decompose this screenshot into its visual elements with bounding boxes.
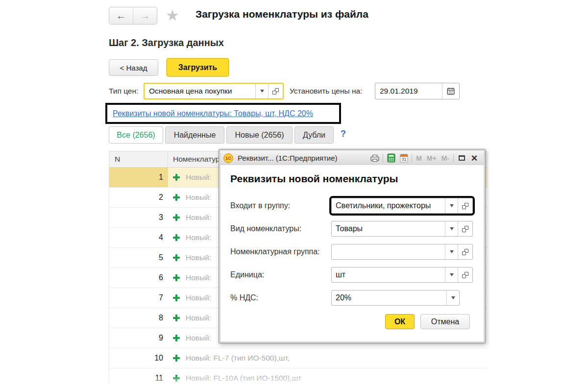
group-field[interactable]: Светильники, прожекторы xyxy=(331,198,473,214)
unit-field-label: Единица: xyxy=(230,267,264,283)
plus-icon xyxy=(173,234,180,241)
kind-field-label: Вид номенклатуры: xyxy=(230,221,301,237)
forward-button[interactable]: → xyxy=(133,7,157,24)
chevron-down-icon xyxy=(450,227,454,230)
back-arrow-icon: ← xyxy=(116,10,126,22)
maximize-icon xyxy=(459,155,465,161)
price-type-label: Тип цен: xyxy=(109,83,138,99)
date-field[interactable]: 29.01.2019 xyxy=(375,83,460,99)
plus-icon xyxy=(173,214,180,221)
tab-new[interactable]: Новые (2656) xyxy=(226,126,293,144)
plus-icon xyxy=(173,294,180,301)
kind-field[interactable]: Товары xyxy=(331,221,473,237)
chevron-down-icon xyxy=(450,250,454,253)
price-type-value[interactable]: Основная цена покупки xyxy=(145,84,255,98)
nomgroup-field-label: Номенклатурная группа: xyxy=(230,244,320,260)
unit-dropdown-button[interactable] xyxy=(445,267,458,282)
column-header-n[interactable]: N xyxy=(109,151,168,167)
vat-field[interactable]: 20% xyxy=(331,290,460,306)
1c-logo-icon: 1С xyxy=(223,153,233,163)
plus-icon xyxy=(173,355,180,362)
chevron-down-icon xyxy=(260,90,264,93)
memory-add-button[interactable]: M+ xyxy=(424,154,439,162)
dialog-content: Реквизиты новой номенклатуры Входит в гр… xyxy=(220,165,484,341)
kind-field-value[interactable]: Товары xyxy=(332,221,445,236)
calculator-icon xyxy=(387,153,395,163)
memory-recall-button[interactable]: M xyxy=(414,154,424,162)
vat-field-label: % НДС: xyxy=(230,290,258,306)
vat-dropdown-button[interactable] xyxy=(446,291,459,305)
plus-icon xyxy=(173,174,180,181)
unit-open-button[interactable] xyxy=(458,267,472,282)
svg-text:31: 31 xyxy=(401,157,406,162)
print-button[interactable] xyxy=(368,152,381,164)
nomgroup-field[interactable] xyxy=(331,244,473,260)
dialog-title: Реквизит... (1С:Предприятие) xyxy=(238,154,338,162)
price-type-dropdown-button[interactable] xyxy=(255,84,268,98)
date-picker-button[interactable] xyxy=(442,83,459,99)
print-icon xyxy=(370,154,380,162)
unit-field[interactable]: шт xyxy=(331,267,473,283)
price-type-open-button[interactable] xyxy=(268,84,283,98)
open-in-window-icon xyxy=(462,203,468,209)
maximize-button[interactable] xyxy=(455,152,468,164)
back-step-button[interactable]: < Назад xyxy=(109,59,158,76)
app-window: ← → ★ Загрузка номенклатуры из файла Шаг… xyxy=(0,0,588,388)
group-open-button[interactable] xyxy=(458,198,472,213)
nomgroup-dropdown-button[interactable] xyxy=(445,244,458,259)
chevron-down-icon xyxy=(450,204,454,207)
calculator-button[interactable] xyxy=(385,152,397,164)
dialog-titlebar[interactable]: 1С Реквизит... (1С:Предприятие) xyxy=(220,151,484,165)
ok-button[interactable]: ОК xyxy=(385,314,415,329)
calendar-31-icon: 31 xyxy=(400,153,408,163)
chevron-down-icon xyxy=(451,296,455,299)
open-in-window-icon xyxy=(462,226,468,232)
history-nav-group: ← → xyxy=(109,7,157,24)
help-button[interactable]: ? xyxy=(341,129,346,139)
requisites-link[interactable]: Реквизиты новой номенклатуры: Товары, шт… xyxy=(113,109,313,118)
favorite-star-icon[interactable]: ★ xyxy=(166,6,179,24)
close-icon: × xyxy=(471,153,478,163)
plus-icon xyxy=(173,254,180,261)
page-title: Загрузка номенклатуры из файла xyxy=(196,8,368,20)
group-field-value[interactable]: Светильники, прожекторы xyxy=(332,198,445,213)
vat-field-value[interactable]: 20% xyxy=(332,291,446,305)
open-in-window-icon xyxy=(462,272,468,278)
cancel-button[interactable]: Отмена xyxy=(420,314,470,329)
memory-subtract-button[interactable]: M- xyxy=(439,154,452,162)
nomgroup-open-button[interactable] xyxy=(458,244,472,259)
group-dropdown-button[interactable] xyxy=(445,198,458,213)
dialog-heading: Реквизиты новой номенклатуры xyxy=(230,173,398,185)
tab-all[interactable]: Все (2656) xyxy=(109,126,163,144)
calendar-icon xyxy=(447,87,455,95)
plus-icon xyxy=(173,375,180,382)
calendar-tool-button[interactable]: 31 xyxy=(397,152,410,164)
plus-icon xyxy=(173,335,180,341)
tab-found[interactable]: Найденные xyxy=(165,126,224,144)
forward-arrow-icon: → xyxy=(140,10,150,22)
step-title: Шаг 2. Загрузка данных xyxy=(109,37,224,48)
requisites-dialog: 1С Реквизит... (1С:Предприятие) xyxy=(219,149,486,343)
date-value[interactable]: 29.01.2019 xyxy=(375,83,442,99)
close-button[interactable]: × xyxy=(468,152,481,164)
plus-icon xyxy=(173,194,180,201)
price-type-combo[interactable]: Основная цена покупки xyxy=(144,83,284,99)
requisites-link-highlight-box: Реквизиты новой номенклатуры: Товары, шт… xyxy=(105,103,341,124)
back-button[interactable]: ← xyxy=(109,7,133,24)
chevron-down-icon xyxy=(450,273,454,276)
kind-open-button[interactable] xyxy=(458,221,472,236)
plus-icon xyxy=(173,274,180,281)
plus-icon xyxy=(173,315,180,321)
nomgroup-field-value[interactable] xyxy=(332,244,445,259)
kind-dropdown-button[interactable] xyxy=(445,221,458,236)
open-in-window-icon xyxy=(272,88,279,95)
set-prices-label: Установить цены на: xyxy=(290,83,362,99)
open-in-window-icon xyxy=(462,249,468,255)
load-button[interactable]: Загрузить xyxy=(167,58,229,76)
unit-field-value[interactable]: шт xyxy=(332,267,445,282)
tab-duplicates[interactable]: Дубли xyxy=(294,126,334,144)
table-row[interactable]: 11 Новый: FL-10A (тип ИО-1500),шт xyxy=(109,368,488,388)
table-row[interactable]: 10 Новый: FL-7 (тип ИО-500),шт, xyxy=(109,348,488,368)
group-field-label: Входит в группу: xyxy=(230,198,290,214)
